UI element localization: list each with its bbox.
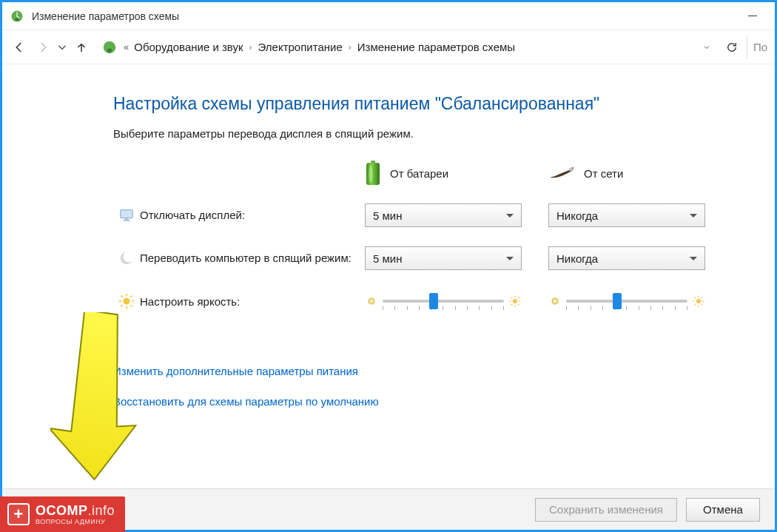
chevron-down-icon: [506, 214, 514, 218]
chevron-right-icon[interactable]: ›: [246, 42, 255, 53]
svg-line-31: [511, 304, 513, 306]
breadcrumb[interactable]: « Оборудование и звук › Электропитание ›…: [122, 36, 695, 58]
svg-line-29: [511, 297, 513, 299]
title-bar: Изменение параметров схемы: [2, 2, 775, 30]
content-area: Настройка схемы управления питанием "Сба…: [2, 64, 775, 488]
display-off-battery-select[interactable]: 5 мин: [365, 203, 522, 227]
breadcrumb-overflow-icon[interactable]: «: [122, 41, 131, 53]
sun-bright-icon: [692, 294, 705, 308]
svg-point-23: [370, 300, 373, 303]
search-placeholder: По: [753, 41, 767, 53]
back-button[interactable]: [8, 36, 30, 58]
ac-label: От сети: [584, 167, 623, 180]
sleep-label: Переводить компьютер в спящий режим:: [140, 251, 365, 266]
plug-icon: [548, 166, 575, 181]
svg-line-32: [518, 297, 519, 299]
svg-line-42: [695, 304, 696, 306]
svg-rect-3: [107, 48, 112, 52]
svg-line-19: [131, 306, 132, 307]
svg-point-12: [123, 252, 134, 263]
svg-rect-5: [366, 163, 380, 185]
search-input[interactable]: По: [747, 36, 769, 58]
setting-brightness: Настроить яркость:: [113, 289, 730, 313]
svg-rect-1: [16, 18, 19, 20]
svg-line-30: [518, 304, 519, 306]
forward-button[interactable]: [32, 36, 54, 58]
refresh-button[interactable]: [722, 37, 742, 58]
sleep-ac-select[interactable]: Никогда: [548, 246, 705, 270]
sun-dim-icon: [548, 294, 562, 308]
setting-sleep: Переводить компьютер в спящий режим: 5 м…: [113, 246, 730, 270]
address-bar-icon: [101, 39, 118, 55]
svg-point-13: [123, 297, 130, 304]
display-off-label: Отключать дисплей:: [140, 208, 365, 223]
breadcrumb-edit-plan[interactable]: Изменение параметров схемы: [354, 36, 518, 58]
page-title: Настройка схемы управления питанием "Сба…: [113, 94, 730, 114]
svg-point-24: [513, 299, 517, 303]
window-title: Изменение параметров схемы: [32, 10, 738, 22]
recent-locations-button[interactable]: [56, 36, 69, 58]
chevron-down-icon: [690, 257, 697, 260]
plus-icon: +: [7, 503, 30, 525]
brightness-ac-slider[interactable]: [548, 289, 705, 313]
navigation-bar: « Оборудование и звук › Электропитание ›…: [2, 30, 775, 64]
chevron-down-icon: [506, 257, 514, 260]
up-button[interactable]: [70, 36, 92, 58]
svg-line-40: [695, 297, 696, 299]
column-header-ac: От сети: [548, 166, 711, 181]
moon-icon: [118, 250, 135, 266]
battery-label: От батареи: [390, 167, 448, 180]
page-subtitle: Выберите параметры перевода дисплея в сп…: [113, 127, 730, 140]
svg-line-43: [702, 297, 703, 299]
breadcrumb-hardware-sound[interactable]: Оборудование и звук: [131, 36, 246, 58]
brightness-label: Настроить яркость:: [140, 293, 365, 309]
advanced-settings-link[interactable]: Изменить дополнительные параметры питани…: [113, 365, 730, 377]
restore-defaults-link[interactable]: Восстановить для схемы параметры по умол…: [113, 395, 730, 408]
sun-icon: [118, 293, 135, 309]
battery-icon: [365, 161, 381, 186]
watermark-logo: + OCOMP.info ВОПРОСЫ АДМИНУ: [0, 496, 125, 532]
svg-line-18: [121, 296, 123, 297]
display-off-ac-select[interactable]: Никогда: [548, 203, 705, 227]
sun-bright-icon: [508, 294, 522, 308]
setting-display-off: Отключать дисплей: 5 мин Никогда: [113, 203, 730, 227]
cancel-button[interactable]: Отмена: [686, 498, 760, 522]
svg-line-41: [702, 304, 703, 306]
save-button[interactable]: Сохранить изменения: [535, 498, 677, 522]
svg-point-35: [696, 299, 701, 303]
sleep-battery-select[interactable]: 5 мин: [365, 246, 522, 270]
power-options-icon: [10, 9, 24, 24]
svg-line-20: [121, 306, 123, 307]
svg-rect-10: [123, 220, 130, 220]
chevron-down-icon: [690, 214, 697, 218]
svg-rect-9: [124, 219, 129, 220]
sun-dim-icon: [365, 294, 378, 308]
address-dropdown-button[interactable]: [696, 37, 717, 58]
breadcrumb-power-options[interactable]: Электропитание: [255, 36, 346, 58]
chevron-right-icon[interactable]: ›: [346, 42, 354, 53]
minimize-button[interactable]: [738, 6, 767, 27]
svg-point-34: [554, 300, 556, 303]
column-header-battery: От батареи: [365, 161, 528, 186]
brightness-battery-slider[interactable]: [365, 289, 522, 313]
monitor-icon: [118, 207, 135, 223]
svg-point-6: [369, 165, 373, 183]
svg-line-21: [131, 296, 132, 297]
svg-rect-8: [121, 210, 133, 218]
